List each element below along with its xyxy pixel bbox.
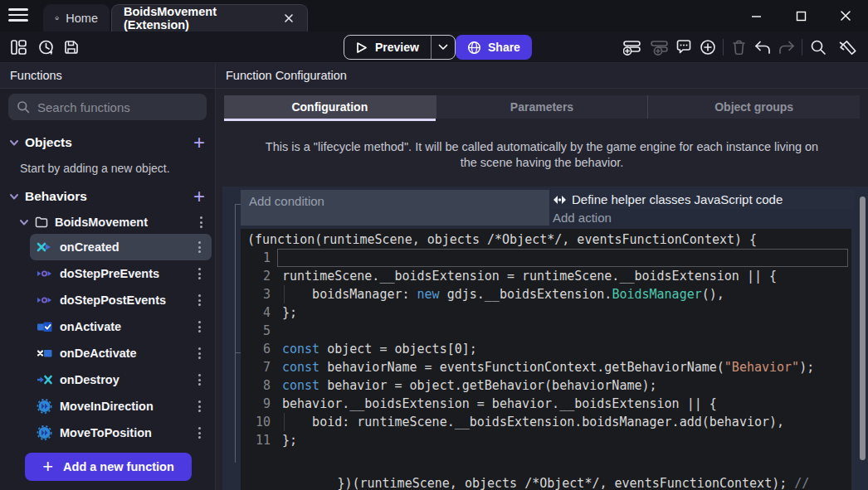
function-menu-icon[interactable] (192, 293, 207, 308)
function-list: onCreateddoStepPreEventsdoStepPostEvents… (0, 234, 215, 446)
search-functions-input[interactable]: Search functions (8, 94, 207, 120)
code-line-1[interactable]: 1 (241, 249, 851, 267)
js-event-title-row[interactable]: Define helper classes JavaScript code (551, 190, 855, 209)
behavior-group-label: BoidsMovement (55, 216, 148, 229)
tab-home[interactable]: Home (43, 4, 110, 32)
line-number: 8 (241, 376, 271, 395)
code-text: const behaviorName = eventsFunctionConte… (282, 358, 814, 376)
code-header-line: (function(runtimeScene, objects /*Object… (241, 229, 851, 249)
function-row-MoveToPosition[interactable]: MoveToPosition (30, 420, 212, 446)
tab-object-groups[interactable]: Object groups (648, 95, 860, 119)
minimize-button[interactable] (734, 0, 778, 32)
function-row-onDeActivate[interactable]: onDeActivate (30, 340, 212, 366)
close-button[interactable] (823, 0, 868, 32)
line-number: 7 (241, 358, 271, 376)
trash-icon[interactable] (729, 37, 749, 57)
function-menu-icon[interactable] (192, 266, 207, 282)
add-event-icon[interactable] (622, 37, 642, 57)
panels-icon[interactable] (8, 37, 28, 57)
function-menu-icon[interactable] (192, 399, 207, 415)
code-footer-code: })(runtimeScene, objects /*Object*/, eve… (337, 476, 794, 490)
add-action-cell[interactable]: Add action (551, 209, 855, 226)
group-menu-icon[interactable] (193, 215, 208, 230)
code-line-9[interactable]: 9behavior.__boidsExtension = behavior.__… (241, 395, 851, 413)
add-behavior-button[interactable]: + (193, 188, 205, 205)
sidebar-title: Functions (0, 63, 215, 89)
function-row-MoveInDirection[interactable]: MoveInDirection (30, 393, 212, 420)
chevron-down-icon (20, 218, 28, 226)
function-row-onCreated[interactable]: onCreated (30, 234, 212, 260)
js-event-header: Define helper classes JavaScript code Ad… (551, 190, 855, 226)
code-line-2[interactable]: 2runtimeScene.__boidsExtension = runtime… (241, 267, 851, 285)
function-label: onCreated (60, 240, 119, 254)
chevron-down-icon (10, 192, 18, 201)
line-number: 6 (241, 340, 271, 358)
add-function-button[interactable]: + Add a new function (25, 453, 192, 481)
code-line-4[interactable]: 4}; (241, 303, 851, 322)
function-menu-icon[interactable] (192, 319, 207, 335)
objects-section-header[interactable]: Objects + (0, 130, 215, 155)
share-label: Share (488, 41, 520, 54)
code-text: boidsManager: new gdjs.__boidsExtension.… (282, 285, 724, 303)
function-row-doStepPreEvents[interactable]: doStepPreEvents (30, 260, 212, 287)
code-line-10[interactable]: 10 boid: runtimeScene.__boidsExtension.b… (241, 413, 851, 431)
deactivate-icon (37, 346, 52, 361)
function-menu-icon[interactable] (192, 240, 207, 255)
function-label: onDestroy (60, 373, 119, 386)
preview-button-group[interactable]: Preview (344, 35, 456, 60)
code-line-6[interactable]: 6const object = objects[0]; (241, 340, 851, 358)
plus-icon: + (42, 456, 53, 478)
add-object-button[interactable]: + (193, 134, 205, 151)
function-label: onActivate (60, 320, 121, 333)
behavior-group-boidsmovement[interactable]: BoidsMovement (20, 211, 208, 234)
events-scrollbar[interactable] (860, 196, 866, 460)
add-function-label: Add a new function (63, 460, 174, 473)
behaviors-section-header[interactable]: Behaviors + (0, 184, 215, 209)
code-text: behavior.__boidsExtension = behavior.__b… (282, 395, 717, 413)
function-menu-icon[interactable] (192, 346, 207, 361)
code-line-11[interactable]: 11}; (241, 431, 851, 449)
window-controls (734, 0, 868, 32)
tab-close-icon[interactable] (282, 12, 295, 25)
share-button[interactable]: Share (456, 35, 532, 60)
code-line-7[interactable]: 7const behaviorName = eventsFunctionCont… (241, 358, 851, 376)
chevron-down-icon (438, 44, 448, 51)
code-line-8[interactable]: 8const behavior = object.getBehavior(beh… (241, 376, 851, 395)
main-menu-icon[interactable] (8, 8, 28, 23)
line-number: 11 (241, 431, 271, 449)
maximize-button[interactable] (778, 0, 823, 32)
function-row-doStepPostEvents[interactable]: doStepPostEvents (30, 287, 212, 313)
line-number: 5 (241, 322, 271, 340)
redo-icon[interactable] (777, 37, 797, 57)
code-footer-comment: // (794, 476, 817, 490)
function-row-onDestroy[interactable]: onDestroy (30, 366, 212, 393)
gear-icon (37, 425, 52, 440)
undo-icon[interactable] (753, 37, 773, 57)
function-menu-icon[interactable] (192, 425, 207, 441)
add-comment-icon[interactable] (674, 37, 694, 57)
line-number: 2 (241, 267, 271, 285)
history-icon[interactable] (36, 37, 56, 57)
add-circle-icon[interactable] (698, 37, 718, 57)
objects-section-label: Objects (25, 135, 72, 150)
created-icon (37, 240, 52, 255)
function-menu-icon[interactable] (192, 372, 207, 388)
line-number: 4 (241, 303, 271, 322)
add-subevent-icon[interactable] (650, 37, 670, 57)
js-code-editor[interactable]: (function(runtimeScene, objects /*Object… (241, 229, 851, 490)
home-icon (55, 11, 59, 25)
chevron-down-icon (10, 138, 18, 147)
edit-pen-icon[interactable] (838, 37, 858, 57)
code-line-5[interactable]: 5 (241, 322, 851, 340)
add-condition-cell[interactable]: Add condition (241, 190, 549, 226)
preview-options-button[interactable] (432, 44, 455, 51)
tab-boidsmovement[interactable]: BoidsMovement (Extension) (111, 4, 308, 32)
function-row-onActivate[interactable]: onActivate (30, 313, 212, 340)
code-line-3[interactable]: 3 boidsManager: new gdjs.__boidsExtensio… (241, 285, 851, 303)
save-icon[interactable] (61, 37, 81, 57)
code-text: const object = objects[0]; (282, 340, 477, 358)
search-icon[interactable] (808, 37, 828, 57)
tab-parameters[interactable]: Parameters (436, 95, 649, 119)
tab-configuration[interactable]: Configuration (224, 95, 436, 119)
preview-button[interactable]: Preview (344, 41, 431, 55)
